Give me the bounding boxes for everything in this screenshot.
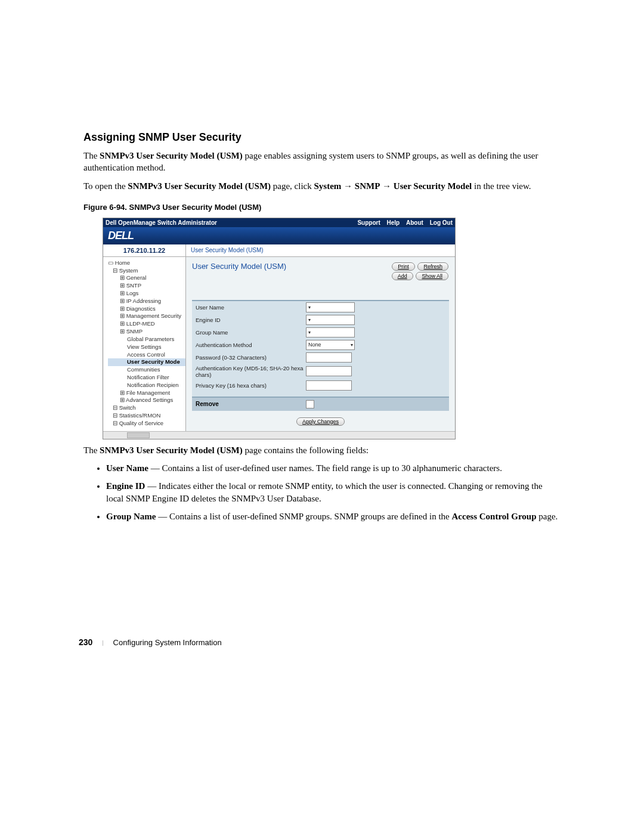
text: To open the <box>83 181 128 191</box>
tree-node[interactable]: Access Control <box>108 351 185 359</box>
chapter-title: Configuring System Information <box>113 638 222 647</box>
screenshot-body: ▭ Home⊟ System⊞ General⊞ SNTP⊞ Logs⊞ IP … <box>103 257 455 431</box>
text: page contains the following fields: <box>243 445 369 455</box>
field-label: Engine ID <box>196 317 306 323</box>
page-title: User Security Model (USM) <box>192 262 286 271</box>
tree-node[interactable]: ⊞ LLDP-MED <box>108 320 185 328</box>
field-name: Engine ID <box>106 481 145 491</box>
section-heading: Assigning SNMP User Security <box>83 131 561 144</box>
field-label: Privacy Key (16 hexa chars) <box>196 382 306 389</box>
scrollbar-thumb[interactable] <box>127 432 150 438</box>
field-label: Authentication Key (MD5-16; SHA-20 hexa … <box>196 365 306 378</box>
main-panel: User Security Model (USM) Print Refresh … <box>186 257 455 431</box>
tree-node[interactable]: ⊞ Diagnostics <box>108 305 185 313</box>
field-list: User Name — Contains a list of user-defi… <box>83 462 561 522</box>
field-desc: — Contains a list of user-defined SNMP g… <box>156 512 451 521</box>
window-title: Dell OpenManage Switch Administrator <box>106 219 217 226</box>
help-link[interactable]: Help <box>387 219 400 226</box>
tree-node[interactable]: ⊞ SNMP <box>108 328 185 336</box>
auth-method-value: None <box>308 342 321 348</box>
auth-key-input[interactable] <box>306 366 352 376</box>
para-fields-intro: The SNMPv3 User Security Model (USM) pag… <box>83 444 561 456</box>
header-links: Support Help About Log Out <box>352 219 453 226</box>
arrow-icon: → <box>341 181 355 191</box>
field-desc: page. <box>536 512 558 521</box>
text: page, click <box>271 181 314 191</box>
group-name-select[interactable] <box>306 327 355 337</box>
tree-node[interactable]: User Security Mode <box>108 358 185 366</box>
field-label: Group Name <box>196 329 306 336</box>
tree-node[interactable]: ⊟ System <box>108 267 185 275</box>
page-number: 230 <box>79 637 92 647</box>
text: The <box>83 151 100 160</box>
field-desc: — Contains a list of user-defined user n… <box>148 463 502 473</box>
tree-node[interactable]: ▭ Home <box>108 259 185 267</box>
menu-path: System <box>314 181 342 191</box>
logout-link[interactable]: Log Out <box>430 219 453 226</box>
tree-node[interactable]: ⊞ Logs <box>108 290 185 298</box>
field-desc: — Indicates either the local or remote S… <box>106 481 543 503</box>
tree-node[interactable]: View Settings <box>108 343 185 351</box>
tree-node[interactable]: ⊞ Management Security <box>108 312 185 320</box>
tree-node[interactable]: ⊟ Quality of Service <box>108 420 185 428</box>
dell-logo: DELL <box>108 230 134 241</box>
engine-id-select[interactable] <box>306 315 355 325</box>
list-item: User Name — Contains a list of user-defi… <box>106 462 561 474</box>
footer-separator-icon: | <box>102 639 103 646</box>
user-name-select[interactable] <box>306 302 355 312</box>
menu-path: SNMP <box>355 181 380 191</box>
support-link[interactable]: Support <box>357 219 380 226</box>
field-label: Password (0-32 Characters) <box>196 354 306 361</box>
tree-node[interactable]: Notification Filter <box>108 374 185 382</box>
horizontal-scrollbar[interactable] <box>103 431 455 439</box>
bold-term: Access Control Group <box>452 512 537 521</box>
field-label: Authentication Method <box>196 342 306 348</box>
remove-checkbox[interactable] <box>306 400 314 408</box>
bold-term: SNMPv3 User Security Model (USM) <box>100 151 243 160</box>
para-1: The SNMPv3 User Security Model (USM) pag… <box>83 150 561 174</box>
breadcrumb-bar: 176.210.11.22 User Security Model (USM) <box>103 244 455 257</box>
arrow-icon: → <box>380 181 394 191</box>
field-name: Group Name <box>106 512 156 521</box>
bold-term: SNMPv3 User Security Model (USM) <box>100 445 243 455</box>
breadcrumb: User Security Model (USM) <box>186 244 268 256</box>
auth-method-select[interactable]: None <box>306 340 355 350</box>
refresh-button[interactable]: Refresh <box>417 262 448 271</box>
tree-node[interactable]: ⊞ Advanced Settings <box>108 397 185 404</box>
tree-node[interactable]: Communities <box>108 366 185 374</box>
add-button[interactable]: Add <box>392 272 413 280</box>
field-label: User Name <box>196 304 306 311</box>
para-2: To open the SNMPv3 User Security Model (… <box>83 180 561 192</box>
figure-caption: Figure 6-94. SNMPv3 User Security Model … <box>83 203 561 212</box>
screenshot-figure: Dell OpenManage Switch Administrator Sup… <box>103 218 456 439</box>
device-ip: 176.210.11.22 <box>103 244 186 256</box>
document-page: Assigning SNMP User Security The SNMPv3 … <box>0 0 644 833</box>
tree-node[interactable]: ⊞ IP Addressing <box>108 298 185 305</box>
tree-node[interactable]: ⊞ General <box>108 274 185 282</box>
tree-node[interactable]: Global Parameters <box>108 336 185 343</box>
field-name: User Name <box>106 463 148 473</box>
form-panel: User Name Engine ID Group Name Authentic… <box>192 300 449 411</box>
password-input[interactable] <box>306 352 352 363</box>
about-link[interactable]: About <box>406 219 423 226</box>
text: in the tree view. <box>472 181 531 191</box>
tree-node[interactable]: ⊟ Switch <box>108 404 185 412</box>
menu-path: User Security Model <box>394 181 472 191</box>
list-item: Group Name — Contains a list of user-def… <box>106 510 561 522</box>
privacy-key-input[interactable] <box>306 380 352 391</box>
list-item: Engine ID — Indicates either the local o… <box>106 480 561 504</box>
tree-node[interactable]: ⊟ Statistics/RMON <box>108 412 185 420</box>
remove-row: Remove <box>192 397 449 411</box>
tree-node[interactable]: ⊞ SNTP <box>108 282 185 290</box>
apply-changes-button[interactable]: Apply Changes <box>296 417 345 426</box>
text: The <box>83 445 100 455</box>
nav-tree[interactable]: ▭ Home⊟ System⊞ General⊞ SNTP⊞ Logs⊞ IP … <box>103 257 186 431</box>
remove-label: Remove <box>196 401 306 407</box>
bold-term: SNMPv3 User Security Model (USM) <box>128 181 271 191</box>
show-all-button[interactable]: Show All <box>416 272 448 280</box>
logo-bar: DELL <box>103 227 455 244</box>
page-footer: 230 | Configuring System Information <box>79 637 222 647</box>
tree-node[interactable]: Notification Recipien <box>108 382 185 389</box>
tree-node[interactable]: ⊞ File Management <box>108 389 185 397</box>
print-button[interactable]: Print <box>392 262 415 271</box>
